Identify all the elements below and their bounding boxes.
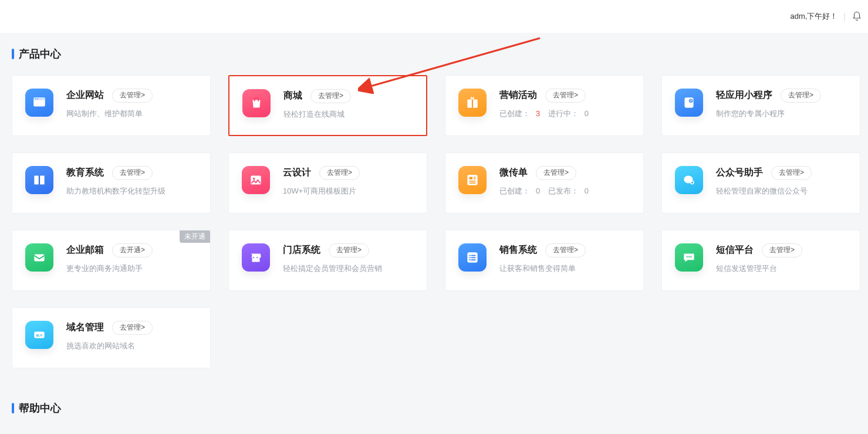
svg-rect-16 <box>470 182 476 184</box>
card-education[interactable]: 教育系统 去管理> 助力教培机构数字化转型升级 <box>12 152 211 213</box>
manage-button[interactable]: 去管理> <box>112 89 153 103</box>
card-title: 短信平台 <box>716 244 754 256</box>
svg-point-32 <box>688 256 690 257</box>
manage-button[interactable]: 去管理> <box>310 89 351 103</box>
svg-rect-29 <box>470 259 471 260</box>
card-mall[interactable]: 商城 去管理> 轻松打造在线商城 <box>228 75 427 136</box>
website-icon <box>25 89 53 117</box>
svg-rect-25 <box>470 255 471 256</box>
card-domain[interactable]: w.= 域名管理 去管理> 挑选喜欢的网站域名 <box>12 307 211 368</box>
card-desc: 轻松管理自家的微信公众号 <box>716 186 849 196</box>
svg-rect-28 <box>471 257 476 258</box>
svg-rect-22 <box>34 255 44 262</box>
card-desc: 已创建：0 已发布：0 <box>499 186 633 196</box>
card-title: 企业网站 <box>66 89 104 101</box>
svg-point-4 <box>37 99 38 100</box>
svg-rect-17 <box>474 177 475 178</box>
svg-rect-23 <box>252 258 260 262</box>
manage-button[interactable]: 去管理> <box>545 243 586 257</box>
open-button[interactable]: 去开通> <box>112 243 153 257</box>
svg-rect-26 <box>471 255 476 256</box>
card-desc: 挑选喜欢的网站域名 <box>66 341 200 351</box>
card-title: 轻应用小程序 <box>716 89 772 101</box>
page: 产品中心 企业网站 去管理> 网站制作、维护都简单 商城 <box>0 33 868 415</box>
manage-button[interactable]: 去管理> <box>536 166 576 180</box>
svg-rect-10 <box>39 175 40 184</box>
card-desc: 轻松打造在线商城 <box>283 109 416 120</box>
svg-point-12 <box>253 178 255 179</box>
card-wechat-helper[interactable]: 公众号助手 去管理> 轻松管理自家的微信公众号 <box>661 152 860 213</box>
chat-icon <box>675 243 703 272</box>
svg-rect-15 <box>470 181 476 182</box>
mail-icon <box>25 243 53 272</box>
card-sms[interactable]: 短信平台 去管理> 短信发送管理平台 <box>661 230 860 291</box>
card-title: 商城 <box>283 90 302 102</box>
card-desc: 助力教培机构数字化转型升级 <box>66 186 200 196</box>
section-title-text: 产品中心 <box>19 47 61 61</box>
topbar: adm,下午好！ | <box>0 0 868 33</box>
section-title-products: 产品中心 <box>12 47 868 61</box>
svg-point-33 <box>690 256 691 257</box>
manage-button[interactable]: 去管理> <box>329 243 369 257</box>
svg-text:w.=: w.= <box>36 333 43 337</box>
manage-button[interactable]: 去管理> <box>545 89 586 103</box>
section-title-help: 帮助中心 <box>12 401 868 415</box>
card-miniapp[interactable]: 轻应用小程序 去管理> 制作您的专属小程序 <box>661 75 860 136</box>
card-mail[interactable]: 未开通 企业邮箱 去开通> 更专业的商务沟通助手 <box>12 230 211 291</box>
card-title: 域名管理 <box>66 321 104 334</box>
card-sales[interactable]: 销售系统 去管理> 让获客和销售变得简单 <box>445 230 644 291</box>
svg-point-9 <box>689 99 693 103</box>
card-marketing[interactable]: 营销活动 去管理> 已创建：3 进行中：0 <box>445 75 644 136</box>
manage-button[interactable]: 去管理> <box>112 321 153 335</box>
bell-icon[interactable] <box>852 11 862 22</box>
svg-rect-30 <box>471 259 476 260</box>
book-icon <box>25 166 53 194</box>
card-store[interactable]: 门店系统 去管理> 轻松搞定会员管理和会员营销 <box>228 230 427 291</box>
card-desc: 网站制作、维护都简单 <box>66 108 200 119</box>
manage-button[interactable]: 去管理> <box>319 166 360 180</box>
list-icon <box>458 243 487 272</box>
section-title-text: 帮助中心 <box>19 401 61 415</box>
card-title: 销售系统 <box>499 244 537 256</box>
card-desc: 轻松搞定会员管理和会员营销 <box>283 263 416 274</box>
wechat-icon <box>675 166 703 194</box>
card-desc: 让获客和销售变得简单 <box>499 263 633 274</box>
svg-point-3 <box>35 99 36 100</box>
manage-button[interactable]: 去管理> <box>771 166 812 180</box>
card-desc: 更专业的商务沟通助手 <box>66 263 200 274</box>
card-desc: 制作您的专属小程序 <box>716 108 849 119</box>
svg-point-31 <box>687 256 688 257</box>
svg-rect-13 <box>467 175 477 185</box>
svg-rect-18 <box>474 178 475 179</box>
greeting-text: adm,下午好！ <box>790 11 837 22</box>
card-title: 教育系统 <box>66 167 104 179</box>
manage-button[interactable]: 去管理> <box>781 89 821 103</box>
card-desc: 已创建：3 进行中：0 <box>499 108 633 119</box>
miniapp-icon <box>675 89 703 117</box>
product-grid: 企业网站 去管理> 网站制作、维护都简单 商城 去管理> 轻松打造在线商城 <box>12 75 868 368</box>
card-title: 公众号助手 <box>716 167 763 179</box>
shopping-bag-icon <box>242 89 271 117</box>
divider: | <box>843 12 846 21</box>
card-title: 云设计 <box>283 167 311 179</box>
status-badge: 未开通 <box>180 230 210 243</box>
card-website[interactable]: 企业网站 去管理> 网站制作、维护都简单 <box>12 75 211 136</box>
card-title: 营销活动 <box>499 89 537 101</box>
image-icon <box>242 166 270 194</box>
card-desc: 10W+可商用模板图片 <box>283 186 416 196</box>
svg-rect-7 <box>472 100 473 108</box>
storefront-icon <box>242 243 270 272</box>
card-design[interactable]: 云设计 去管理> 10W+可商用模板图片 <box>228 152 427 213</box>
card-desc: 短信发送管理平台 <box>716 263 849 274</box>
card-title: 门店系统 <box>283 244 320 256</box>
gift-icon <box>458 89 487 117</box>
manage-button[interactable]: 去管理> <box>762 243 802 257</box>
card-flyer[interactable]: 微传单 去管理> 已创建：0 已发布：0 <box>445 152 644 213</box>
svg-rect-14 <box>470 177 472 179</box>
svg-rect-27 <box>470 257 471 258</box>
svg-rect-8 <box>684 97 693 107</box>
title-bar-icon <box>12 49 14 59</box>
card-title: 微传单 <box>499 167 528 179</box>
manage-button[interactable]: 去管理> <box>112 166 153 180</box>
news-icon <box>458 166 487 194</box>
